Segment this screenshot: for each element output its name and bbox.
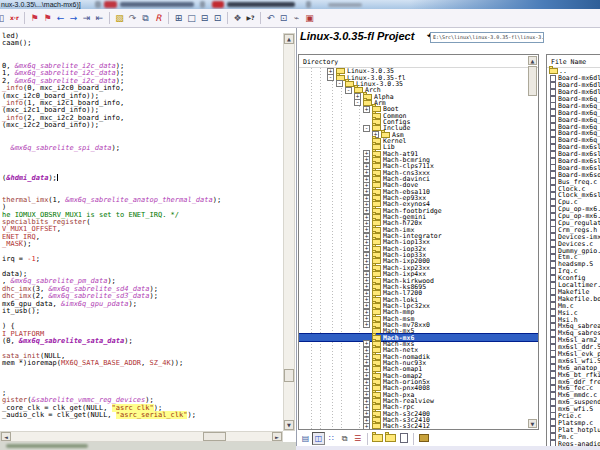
code-line	[2, 48, 283, 55]
folder-icon	[372, 423, 381, 429]
jump-out-icon[interactable]: ⇤	[93, 11, 106, 25]
nav-back-icon[interactable]: ←	[54, 11, 67, 25]
nav-forward-icon[interactable]: →	[67, 11, 80, 25]
scrollbar-thumb[interactable]	[284, 369, 294, 382]
frame-icon[interactable]: ⊡	[277, 11, 290, 25]
file-name: Board-mx6q_sabreauto.h	[558, 117, 600, 123]
code-line: caam();	[2, 40, 283, 47]
expand-icon[interactable]: +	[363, 423, 370, 429]
code-line: _MASK);	[2, 241, 283, 248]
code-line: mem *)ioremap(MX6Q_SATA_BASE_ADDR, SZ_4K…	[2, 360, 283, 367]
code-line: irq = -1;	[2, 256, 283, 263]
context-help-icon[interactable]: ▶?	[244, 11, 257, 25]
scroll-up-icon[interactable]: ▲	[284, 34, 294, 44]
play-macro-icon[interactable]: ❖	[231, 11, 244, 25]
blurred-tab-close-icon	[306, 1, 311, 8]
folder-icon	[372, 434, 383, 442]
file-name: Mx6_bt_rfkill.c	[558, 372, 600, 378]
relation-window-icon[interactable]: R	[152, 11, 165, 25]
view-options-icon[interactable]: ▣	[303, 11, 316, 25]
scrollbar-thumb[interactable]	[203, 432, 226, 441]
scrollbar-thumb[interactable]	[528, 66, 537, 96]
file-name: Plat_hotplug.c	[558, 427, 600, 433]
cascade-windows-icon[interactable]: ⊡	[211, 11, 224, 25]
project-archive-button[interactable]	[417, 432, 430, 445]
code-editor[interactable]: led)caam(); 0, &mx6q_sabrelite_i2c_data)…	[0, 28, 283, 431]
code-line	[2, 375, 283, 382]
directory-header[interactable]: Directory	[299, 55, 538, 68]
hsplit-window-icon[interactable]: ⊟	[198, 11, 211, 25]
toolbar-separator	[367, 433, 368, 445]
symbol-list-button[interactable]: ☰	[351, 432, 364, 445]
directory-tree: +Linux-3.0.35-Linux-3.0.35-fl-Linux-3.0.…	[299, 68, 538, 429]
editor-horizontal-scrollbar[interactable]: ◄ ►	[0, 431, 283, 442]
folder-icon	[549, 68, 558, 74]
code-line: (&hdmi_data);	[2, 174, 283, 181]
window-title-bar[interactable]: nux-3.0.35\...\mach-mx6)]	[0, 0, 600, 9]
clip-window-icon[interactable]: ↷	[126, 11, 139, 25]
directory-pane: Directory +Linux-3.0.35-Linux-3.0.35-fl-…	[298, 54, 539, 430]
code-line	[2, 316, 283, 323]
blurred-tab-close-icon	[95, 1, 101, 8]
code-line: (mxc_i2c2_board_info));	[2, 122, 283, 129]
scroll-up-icon[interactable]: ▲	[528, 56, 537, 65]
project-title: Linux-3.0.35-fl Project	[300, 30, 414, 42]
directory-tree-item[interactable]: +Mach-s3c2412	[299, 423, 538, 429]
toolbar-separator	[109, 12, 110, 24]
code-line	[2, 249, 283, 256]
new-file-button[interactable]	[397, 432, 410, 445]
blurred-tab-text	[227, 2, 295, 7]
small-icons-view-button[interactable]: ∷	[325, 432, 338, 445]
file-name: Mx6_anatop_regulator.c	[558, 365, 600, 371]
file-list: ..Board-mx6dl_arm2.hBoard-mx6dl_sabreaut…	[547, 68, 600, 448]
new-doc-icon[interactable]: ▯	[0, 11, 8, 25]
highlight-word-icon[interactable]: ▧	[113, 11, 126, 25]
tile-windows-icon[interactable]: ⊞	[172, 11, 185, 25]
scroll-down-icon[interactable]: ▼	[284, 420, 294, 430]
app-window: nux-3.0.35\...\mach-mx6)] ▯x·r⚑⚑←→⇥⇤▧↷⧉R…	[0, 0, 600, 450]
code-lines: led)caam(); 0, &mx6q_sabrelite_i2c_data)…	[2, 33, 283, 420]
bookmark-all-icon[interactable]: ⚑	[41, 11, 54, 25]
file-name: Msi.c	[558, 310, 578, 316]
toolbar-separator	[24, 12, 25, 24]
details-view-button[interactable]: ◫	[312, 432, 325, 445]
file-name: Devices.c	[558, 241, 593, 247]
blurred-tab-close-icon	[200, 1, 205, 8]
browse-book-button[interactable]: ⧉	[338, 432, 351, 445]
link-icon[interactable]: ⌁	[290, 11, 303, 25]
toolbar-separator	[413, 433, 414, 445]
blurred-tab-favicon	[104, 1, 117, 8]
file-name: Board-mx6q_arm2.h	[558, 103, 600, 109]
scroll-right-icon[interactable]: ►	[272, 432, 282, 441]
code-line: thermal_imx(1, &mx6q_sabrelite_anatop_th…	[2, 197, 283, 204]
editor-vertical-scrollbar[interactable]: ▲ ▼	[283, 33, 295, 431]
file-name: Board-mx6solo_sabreauto.c	[558, 172, 600, 178]
code-line: mx6_gpu_data, &imx6q_gpu_pdata);	[2, 301, 283, 308]
bookmark-icon[interactable]: ⚑	[28, 11, 41, 25]
archive-icon	[419, 434, 429, 442]
blurred-status-text	[6, 444, 88, 448]
page-icon	[400, 433, 408, 443]
file-list-button[interactable]: ▤	[299, 432, 312, 445]
full-window-icon[interactable]: □	[185, 11, 198, 25]
sync-folder-button[interactable]	[384, 432, 397, 445]
file-name: Pm.c	[558, 434, 574, 440]
titlebar-gradient	[410, 0, 600, 9]
undo-icon[interactable]: ↶	[264, 11, 277, 25]
code-line: it_usb();	[2, 308, 283, 315]
toolbar-separator	[260, 12, 261, 24]
file-name: mx6sl_wfi.S	[558, 358, 600, 364]
code-line	[2, 152, 283, 159]
file-list-header[interactable]: File Name	[547, 55, 600, 68]
scroll-left-icon[interactable]: ◄	[1, 432, 11, 441]
project-path-field[interactable]: E:\Src\linux\linux-3.0.35-fl\linux-3.0.3…	[430, 32, 544, 43]
file-list-pane: File Name ..Board-mx6dl_arm2.hBoard-mx6d…	[546, 54, 600, 448]
blurred-tab-text	[328, 3, 362, 7]
jump-in-icon[interactable]: ⇥	[80, 11, 93, 25]
replace-icon[interactable]: x·r	[8, 11, 21, 25]
browse-symbols-icon[interactable]: ⧉	[139, 11, 152, 25]
scroll-down-icon[interactable]: ▼	[528, 419, 537, 428]
code-line: led)	[2, 33, 283, 40]
code-line: _audio_clk = clk_get(NULL, "asrc_serial_…	[2, 412, 283, 419]
open-folder-button[interactable]	[371, 432, 384, 445]
